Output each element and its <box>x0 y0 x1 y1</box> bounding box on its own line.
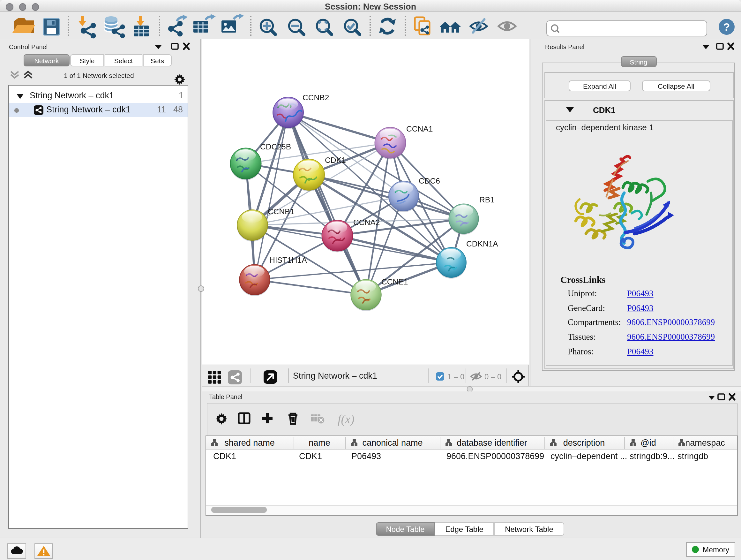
svg-text:?: ? <box>724 21 730 33</box>
svg-text:CCNB2: CCNB2 <box>302 93 329 102</box>
svg-text:CDC25B: CDC25B <box>260 142 291 151</box>
svg-text:RB1: RB1 <box>479 195 495 204</box>
svg-text:1 – 0: 1 – 0 <box>448 372 464 381</box>
svg-text:0 – 0: 0 – 0 <box>484 372 501 381</box>
svg-text:CDK1: CDK1 <box>325 156 346 165</box>
svg-text:CDKN1A: CDKN1A <box>466 240 498 248</box>
svg-text:CCNE1: CCNE1 <box>381 277 408 286</box>
svg-text:HIST1H1A: HIST1H1A <box>269 256 307 264</box>
svg-text:f(x): f(x) <box>338 413 354 426</box>
svg-text:CCNB1: CCNB1 <box>268 207 294 216</box>
svg-text:CCNA1: CCNA1 <box>406 125 433 133</box>
svg-text:CCNA2: CCNA2 <box>353 218 380 227</box>
svg-text:CDC6: CDC6 <box>419 177 440 185</box>
